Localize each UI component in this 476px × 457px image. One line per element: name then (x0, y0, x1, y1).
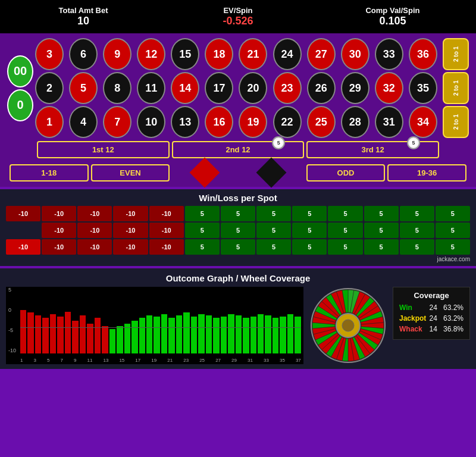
coverage-title: Coverage (399, 291, 464, 300)
bet-19-36[interactable]: 19-36 (387, 164, 466, 181)
dozen-3[interactable]: 3rd 12 5 (306, 141, 439, 158)
wl-cell: 5 (185, 239, 220, 255)
ev-spin-value: -0.526 (184, 15, 292, 27)
bar-item (42, 318, 48, 353)
dozen2-chip: 5 (272, 136, 285, 149)
red-diamond[interactable] (189, 158, 220, 188)
num-cell-3[interactable]: 3 (35, 38, 64, 70)
num-cell-16[interactable]: 16 (205, 106, 233, 138)
wl-cell: -10 (113, 239, 148, 255)
wl-cell: 5 (292, 223, 327, 238)
bet-odd[interactable]: ODD (306, 164, 386, 181)
num-cell-36[interactable]: 36 (409, 38, 437, 70)
dozen-2[interactable]: 2nd 12 5 (172, 141, 305, 158)
zero[interactable]: 0 (7, 89, 33, 121)
num-cell-9[interactable]: 9 (103, 38, 131, 70)
num-cell-2[interactable]: 2 (35, 72, 64, 104)
num-cell-13[interactable]: 13 (171, 106, 199, 138)
total-amt-bet-value: 10 (30, 15, 137, 27)
winloss-title: Win/Loss per Spot (6, 193, 470, 203)
bar-item (35, 315, 41, 353)
roulette-section: 00 0 36912151821242730333625811141720232… (0, 33, 476, 187)
winloss-row2: -10-10-10-1055555555 (6, 223, 470, 238)
outcome-content: 5 0 -5 -10 13579111315171921232527293133… (6, 287, 470, 364)
num-cell-21[interactable]: 21 (239, 38, 267, 70)
bar-chart: 5 0 -5 -10 13579111315171921232527293133… (6, 287, 303, 364)
jackace-credit: jackace.com (6, 256, 470, 262)
num-cell-15[interactable]: 15 (171, 38, 199, 70)
num-cell-19[interactable]: 19 (239, 106, 267, 138)
num-cell-18[interactable]: 18 (205, 38, 233, 70)
wl-cell: 5 (256, 206, 291, 221)
num-cell-34[interactable]: 34 (409, 106, 437, 138)
num-cell-32[interactable]: 32 (375, 72, 403, 104)
wl-cell: -10 (149, 223, 184, 238)
num-cell-24[interactable]: 24 (273, 38, 302, 70)
bar-item (80, 315, 86, 353)
side-bet-mid[interactable]: 2 to 1 (443, 72, 469, 104)
wl-cell: 5 (221, 206, 255, 221)
bar-item (198, 314, 204, 353)
num-cell-30[interactable]: 30 (341, 38, 369, 70)
table-grid: 00 0 36912151821242730333625811141720232… (7, 38, 469, 138)
wl-cell: 5 (292, 239, 327, 255)
bar-item (102, 326, 108, 353)
num-cell-35[interactable]: 35 (409, 72, 437, 104)
num-cell-12[interactable]: 12 (137, 38, 165, 70)
bar-item (273, 318, 278, 353)
wl-cell: 5 (364, 223, 399, 238)
winloss-row3: -10-10-10-10-1055555555 (6, 239, 470, 255)
bar-item (139, 318, 145, 353)
num-cell-5[interactable]: 5 (69, 72, 98, 104)
num-cell-22[interactable]: 22 (273, 106, 302, 138)
num-cell-10[interactable]: 10 (137, 106, 165, 138)
diamond-red-container (172, 162, 237, 183)
num-cell-6[interactable]: 6 (69, 38, 98, 70)
num-cell-27[interactable]: 27 (307, 38, 336, 70)
wl-cell: -10 (6, 239, 40, 255)
num-cell-31[interactable]: 31 (375, 106, 403, 138)
bar-item (168, 318, 174, 353)
num-cell-17[interactable]: 17 (205, 72, 233, 104)
dozen-1[interactable]: 1st 12 (37, 141, 170, 158)
num-cell-4[interactable]: 4 (69, 106, 98, 138)
bar-item (265, 315, 271, 353)
bar-item (65, 312, 71, 353)
wl-cell: 5 (436, 206, 470, 221)
coverage-panel: Coverage Win 24 63.2% Jackpot 24 63.2% W… (393, 287, 470, 340)
coverage-jackpot-values: 24 63.2% (430, 314, 464, 323)
wl-cell: 5 (400, 223, 434, 238)
bar-item (213, 318, 219, 353)
wl-cell: 5 (400, 206, 434, 221)
bar-item (280, 317, 286, 353)
num-cell-33[interactable]: 33 (375, 38, 403, 70)
bar-item (243, 318, 249, 353)
black-diamond[interactable] (256, 158, 287, 188)
coverage-whack-values: 14 36.8% (430, 325, 464, 333)
bar-item (295, 317, 300, 353)
wl-cell: -10 (113, 223, 148, 238)
num-cell-26[interactable]: 26 (307, 72, 336, 104)
num-cell-8[interactable]: 8 (103, 72, 131, 104)
num-cell-1[interactable]: 1 (35, 106, 64, 138)
num-cell-29[interactable]: 29 (341, 72, 369, 104)
bar-item (161, 314, 167, 353)
num-cell-28[interactable]: 28 (341, 106, 369, 138)
bar-item (72, 321, 78, 353)
num-cell-7[interactable]: 7 (103, 106, 131, 138)
side-bet-top[interactable]: 2 to 1 (443, 38, 469, 70)
num-cell-20[interactable]: 20 (239, 72, 267, 104)
comp-val-label: Comp Val/Spin (339, 6, 446, 15)
num-cell-11[interactable]: 11 (137, 72, 165, 104)
num-cell-25[interactable]: 25 (307, 106, 336, 138)
side-bet-bot[interactable]: 2 to 1 (443, 106, 469, 138)
num-cell-14[interactable]: 14 (171, 72, 199, 104)
coverage-jackpot-row: Jackpot 24 63.2% (399, 314, 464, 323)
bet-even[interactable]: EVEN (91, 164, 170, 181)
double-zero[interactable]: 00 (7, 55, 33, 87)
bar-item (250, 317, 256, 353)
num-cell-23[interactable]: 23 (273, 72, 302, 104)
bar-item (206, 315, 212, 353)
bet-1-18[interactable]: 1-18 (10, 164, 89, 181)
bar-item (154, 317, 159, 353)
